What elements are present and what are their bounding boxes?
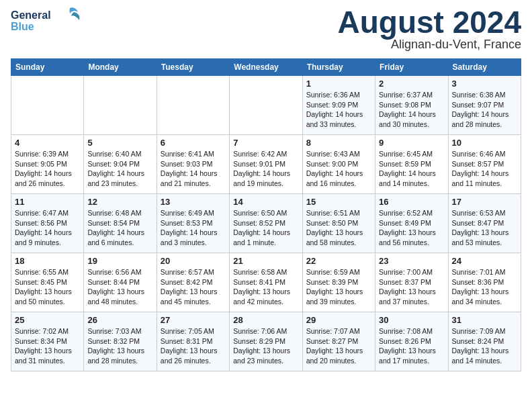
day-info: Sunrise: 6:48 AM Sunset: 8:54 PM Dayligh… — [87, 208, 152, 248]
day-info: Sunrise: 6:43 AM Sunset: 9:00 PM Dayligh… — [306, 149, 371, 189]
day-info: Sunrise: 7:03 AM Sunset: 8:32 PM Dayligh… — [87, 326, 152, 366]
calendar-cell: 12Sunrise: 6:48 AM Sunset: 8:54 PM Dayli… — [84, 194, 157, 253]
day-info: Sunrise: 7:09 AM Sunset: 8:24 PM Dayligh… — [452, 326, 517, 366]
calendar-cell: 13Sunrise: 6:49 AM Sunset: 8:53 PM Dayli… — [157, 194, 229, 253]
day-info: Sunrise: 6:39 AM Sunset: 9:05 PM Dayligh… — [15, 149, 80, 189]
day-info: Sunrise: 6:46 AM Sunset: 8:57 PM Dayligh… — [452, 149, 517, 189]
calendar-cell: 6Sunrise: 6:41 AM Sunset: 9:03 PM Daylig… — [157, 135, 229, 194]
day-number: 2 — [379, 79, 444, 89]
calendar-header-row: SundayMondayTuesdayWednesdayThursdayFrid… — [11, 59, 521, 76]
day-number: 7 — [233, 138, 298, 148]
day-number: 16 — [379, 197, 444, 207]
day-info: Sunrise: 6:38 AM Sunset: 9:07 PM Dayligh… — [452, 90, 517, 130]
day-number: 22 — [306, 256, 371, 266]
calendar-cell: 24Sunrise: 7:01 AM Sunset: 8:36 PM Dayli… — [448, 253, 521, 312]
calendar-cell: 14Sunrise: 6:50 AM Sunset: 8:52 PM Dayli… — [230, 194, 302, 253]
weekday-header-tuesday: Tuesday — [157, 59, 229, 76]
day-info: Sunrise: 6:49 AM Sunset: 8:53 PM Dayligh… — [161, 208, 226, 248]
weekday-header-sunday: Sunday — [11, 59, 84, 76]
calendar-cell: 25Sunrise: 7:02 AM Sunset: 8:34 PM Dayli… — [11, 312, 84, 371]
day-number: 8 — [306, 138, 371, 148]
day-number: 21 — [233, 256, 298, 266]
day-number: 17 — [452, 197, 517, 207]
day-info: Sunrise: 7:02 AM Sunset: 8:34 PM Dayligh… — [15, 326, 80, 366]
calendar-cell: 5Sunrise: 6:40 AM Sunset: 9:04 PM Daylig… — [84, 135, 157, 194]
day-number: 23 — [379, 256, 444, 266]
calendar-cell — [157, 76, 229, 135]
day-number: 9 — [379, 138, 444, 148]
day-number: 13 — [161, 197, 226, 207]
day-number: 29 — [306, 315, 371, 325]
svg-text:General: General — [11, 9, 51, 21]
calendar-week-row: 4Sunrise: 6:39 AM Sunset: 9:05 PM Daylig… — [11, 135, 521, 194]
calendar-week-row: 25Sunrise: 7:02 AM Sunset: 8:34 PM Dayli… — [11, 312, 521, 371]
calendar-cell: 23Sunrise: 7:00 AM Sunset: 8:37 PM Dayli… — [375, 253, 448, 312]
day-number: 5 — [87, 138, 152, 148]
logo: General Blue — [11, 7, 85, 34]
calendar-cell: 7Sunrise: 6:42 AM Sunset: 9:01 PM Daylig… — [230, 135, 302, 194]
calendar-cell: 19Sunrise: 6:56 AM Sunset: 8:44 PM Dayli… — [84, 253, 157, 312]
calendar-cell: 26Sunrise: 7:03 AM Sunset: 8:32 PM Dayli… — [84, 312, 157, 371]
calendar-cell: 15Sunrise: 6:51 AM Sunset: 8:50 PM Dayli… — [302, 194, 375, 253]
day-info: Sunrise: 6:37 AM Sunset: 9:08 PM Dayligh… — [379, 90, 444, 130]
calendar-week-row: 1Sunrise: 6:36 AM Sunset: 9:09 PM Daylig… — [11, 76, 521, 135]
day-info: Sunrise: 6:42 AM Sunset: 9:01 PM Dayligh… — [233, 149, 298, 189]
day-number: 20 — [161, 256, 226, 266]
calendar-cell: 30Sunrise: 7:08 AM Sunset: 8:26 PM Dayli… — [375, 312, 448, 371]
day-info: Sunrise: 6:40 AM Sunset: 9:04 PM Dayligh… — [87, 149, 152, 189]
day-info: Sunrise: 7:00 AM Sunset: 8:37 PM Dayligh… — [379, 267, 444, 307]
calendar-cell: 3Sunrise: 6:38 AM Sunset: 9:07 PM Daylig… — [448, 76, 521, 135]
day-number: 1 — [306, 79, 371, 89]
day-info: Sunrise: 6:45 AM Sunset: 8:59 PM Dayligh… — [379, 149, 444, 189]
calendar-cell: 18Sunrise: 6:55 AM Sunset: 8:45 PM Dayli… — [11, 253, 84, 312]
day-info: Sunrise: 6:52 AM Sunset: 8:49 PM Dayligh… — [379, 208, 444, 248]
day-number: 26 — [87, 315, 152, 325]
calendar-cell: 11Sunrise: 6:47 AM Sunset: 8:56 PM Dayli… — [11, 194, 84, 253]
day-info: Sunrise: 6:56 AM Sunset: 8:44 PM Dayligh… — [87, 267, 152, 307]
logo-svg: General Blue — [11, 7, 85, 34]
day-number: 6 — [161, 138, 226, 148]
day-number: 15 — [306, 197, 371, 207]
day-info: Sunrise: 6:36 AM Sunset: 9:09 PM Dayligh… — [306, 90, 371, 130]
weekday-header-friday: Friday — [375, 59, 448, 76]
calendar-cell: 21Sunrise: 6:58 AM Sunset: 8:41 PM Dayli… — [230, 253, 302, 312]
day-number: 19 — [87, 256, 152, 266]
calendar-cell — [230, 76, 302, 135]
weekday-header-thursday: Thursday — [302, 59, 375, 76]
calendar-cell: 22Sunrise: 6:59 AM Sunset: 8:39 PM Dayli… — [302, 253, 375, 312]
weekday-header-monday: Monday — [84, 59, 157, 76]
calendar-cell: 31Sunrise: 7:09 AM Sunset: 8:24 PM Dayli… — [448, 312, 521, 371]
calendar-cell: 1Sunrise: 6:36 AM Sunset: 9:09 PM Daylig… — [302, 76, 375, 135]
calendar-cell: 10Sunrise: 6:46 AM Sunset: 8:57 PM Dayli… — [448, 135, 521, 194]
day-number: 14 — [233, 197, 298, 207]
day-info: Sunrise: 7:05 AM Sunset: 8:31 PM Dayligh… — [161, 326, 226, 366]
calendar-cell — [84, 76, 157, 135]
calendar-cell: 29Sunrise: 7:07 AM Sunset: 8:27 PM Dayli… — [302, 312, 375, 371]
day-number: 12 — [87, 197, 152, 207]
day-number: 28 — [233, 315, 298, 325]
location-title: Alignan-du-Vent, France — [337, 38, 521, 52]
calendar-table: SundayMondayTuesdayWednesdayThursdayFrid… — [11, 58, 521, 371]
calendar-cell: 20Sunrise: 6:57 AM Sunset: 8:42 PM Dayli… — [157, 253, 229, 312]
day-number: 3 — [452, 79, 517, 89]
calendar-cell: 16Sunrise: 6:52 AM Sunset: 8:49 PM Dayli… — [375, 194, 448, 253]
weekday-header-saturday: Saturday — [448, 59, 521, 76]
calendar-cell — [11, 76, 84, 135]
day-info: Sunrise: 6:47 AM Sunset: 8:56 PM Dayligh… — [15, 208, 80, 248]
day-info: Sunrise: 6:41 AM Sunset: 9:03 PM Dayligh… — [161, 149, 226, 189]
day-number: 18 — [15, 256, 80, 266]
weekday-header-wednesday: Wednesday — [230, 59, 302, 76]
day-info: Sunrise: 6:55 AM Sunset: 8:45 PM Dayligh… — [15, 267, 80, 307]
day-info: Sunrise: 7:01 AM Sunset: 8:36 PM Dayligh… — [452, 267, 517, 307]
svg-text:Blue: Blue — [11, 21, 34, 32]
calendar-cell: 17Sunrise: 6:53 AM Sunset: 8:47 PM Dayli… — [448, 194, 521, 253]
day-info: Sunrise: 7:08 AM Sunset: 8:26 PM Dayligh… — [379, 326, 444, 366]
calendar-cell: 4Sunrise: 6:39 AM Sunset: 9:05 PM Daylig… — [11, 135, 84, 194]
day-info: Sunrise: 6:50 AM Sunset: 8:52 PM Dayligh… — [233, 208, 298, 248]
day-info: Sunrise: 6:57 AM Sunset: 8:42 PM Dayligh… — [161, 267, 226, 307]
day-info: Sunrise: 6:51 AM Sunset: 8:50 PM Dayligh… — [306, 208, 371, 248]
day-number: 31 — [452, 315, 517, 325]
calendar-week-row: 18Sunrise: 6:55 AM Sunset: 8:45 PM Dayli… — [11, 253, 521, 312]
day-info: Sunrise: 6:59 AM Sunset: 8:39 PM Dayligh… — [306, 267, 371, 307]
calendar-cell: 28Sunrise: 7:06 AM Sunset: 8:29 PM Dayli… — [230, 312, 302, 371]
